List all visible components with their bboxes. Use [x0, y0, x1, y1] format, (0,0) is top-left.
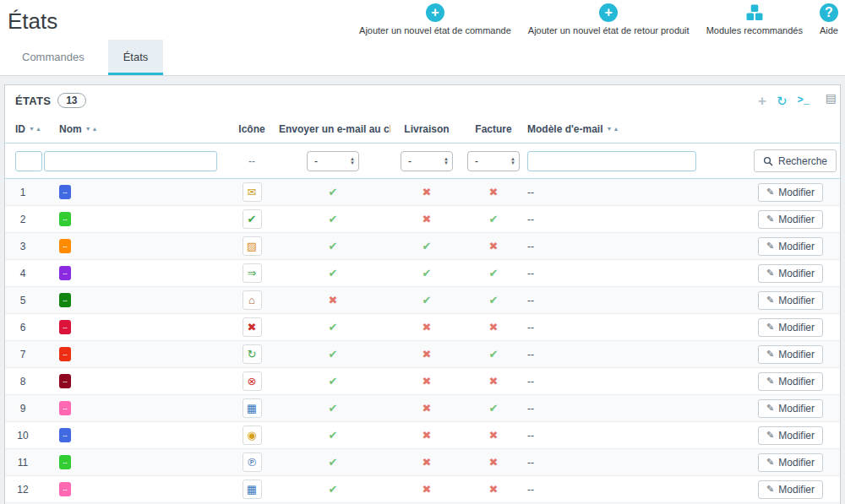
edit-button[interactable]: ✎Modifier [758, 345, 823, 364]
email-template: -- [524, 314, 701, 341]
add-icon[interactable]: + [758, 94, 766, 108]
toolbar-label: Modules recommandés [706, 25, 803, 35]
select-arrows-icon [510, 157, 515, 165]
edit-button-label: Modifier [778, 403, 815, 415]
check-icon: ✔ [489, 213, 499, 225]
edit-button[interactable]: ✎Modifier [758, 426, 823, 445]
edit-button[interactable]: ✎Modifier [758, 399, 823, 418]
status-table: ID▼▲ Nom▼▲ Icône Envoyer un e-mail au cl… [5, 116, 840, 504]
check-icon: ✔ [329, 429, 338, 442]
column-header-template[interactable]: Modèle d'e-mail [527, 123, 603, 135]
id-filter-input[interactable] [15, 151, 42, 171]
status-table-body: 1--✉✔✖✖--✎Modifier2--✔✔✖✔--✎Modifier3--▨… [5, 179, 840, 504]
status-row: 7--↻✔✖✔--✎Modifier [5, 341, 840, 368]
template-filter-input[interactable] [527, 151, 696, 171]
check-icon: ✔ [489, 348, 499, 360]
layers-icon[interactable]: ▤ [826, 92, 837, 104]
email-filter-select[interactable]: - [307, 151, 359, 171]
check-icon: ✔ [329, 402, 338, 415]
edit-button[interactable]: ✎Modifier [758, 183, 823, 202]
edit-button-label: Modifier [778, 376, 815, 387]
pencil-icon: ✎ [766, 187, 774, 198]
cross-icon: ✖ [422, 483, 432, 496]
status-id: 7 [5, 341, 41, 368]
recommended-modules-button[interactable]: Modules recommandés [706, 3, 803, 35]
content-area: ÉTATS 13 +↻>_▤ ID▼▲ Nom▼▲ Icône Envoyer … [0, 76, 845, 504]
email-template: -- [524, 449, 701, 476]
status-id: 3 [5, 233, 41, 260]
status-color-badge: -- [59, 320, 71, 334]
edit-button[interactable]: ✎Modifier [758, 318, 823, 337]
invoice-filter-select[interactable]: - [467, 151, 520, 171]
status-row: 6--✖✔✖✖--✎Modifier [5, 314, 840, 341]
remote-payment-icon: ▦ [243, 480, 262, 499]
modules-icon [745, 3, 764, 22]
pencil-icon: ✎ [766, 268, 774, 279]
column-header-email: Envoyer un e-mail au client [279, 123, 390, 135]
check-icon: ✔ [329, 348, 338, 360]
email-template: -- [524, 341, 701, 368]
name-filter-input[interactable] [44, 151, 217, 171]
edit-button[interactable]: ✎Modifier [758, 453, 823, 472]
edit-button-label: Modifier [778, 214, 815, 225]
check-icon: ✔ [489, 267, 499, 279]
pencil-icon: ✎ [766, 295, 774, 306]
edit-button[interactable]: ✎Modifier [758, 210, 823, 229]
column-header-name[interactable]: Nom [59, 123, 82, 135]
edit-button[interactable]: ✎Modifier [758, 372, 823, 391]
refresh-icon[interactable]: ↻ [777, 95, 788, 107]
app: États +Ajouter un nouvel état de command… [0, 0, 845, 504]
status-color-badge: -- [59, 374, 71, 388]
table-header-row: ID▼▲ Nom▼▲ Icône Envoyer un e-mail au cl… [5, 116, 840, 144]
cross-icon: ✖ [422, 321, 432, 333]
edit-button[interactable]: ✎Modifier [758, 291, 823, 310]
status-id: 1 [5, 179, 41, 206]
sort-icons[interactable]: ▼▲ [85, 126, 99, 132]
help-button[interactable]: ?Aide [820, 3, 838, 35]
status-id: 5 [5, 287, 41, 314]
panel-actions: +↻>_▤ [758, 94, 810, 108]
email-template: -- [524, 395, 701, 422]
search-icon [763, 156, 773, 166]
add-order-status-button[interactable]: +Ajouter un nouvel état de commande [359, 3, 511, 35]
pencil-icon: ✎ [766, 457, 774, 468]
cross-icon: ✖ [422, 375, 432, 387]
sort-icons[interactable]: ▼▲ [607, 126, 620, 132]
edit-button-label: Modifier [778, 349, 815, 360]
add-return-status-button[interactable]: +Ajouter un nouvel état de retour produi… [528, 3, 690, 35]
status-panel: ÉTATS 13 +↻>_▤ ID▼▲ Nom▼▲ Icône Envoyer … [4, 84, 841, 504]
icon-filter-placeholder: -- [228, 144, 275, 179]
edit-button-label: Modifier [778, 457, 815, 469]
cross-icon: ✖ [489, 186, 499, 198]
email-template: -- [524, 233, 701, 260]
email-template: -- [524, 179, 701, 206]
tab-commandes[interactable]: Commandes [7, 40, 100, 75]
status-row: 5--⌂✖✔✔--✎Modifier [5, 287, 840, 314]
check-icon: ✔ [422, 240, 432, 252]
panel-title: ÉTATS [15, 95, 51, 107]
column-header-id[interactable]: ID [15, 123, 25, 135]
edit-button[interactable]: ✎Modifier [758, 480, 823, 499]
email-template: -- [524, 287, 701, 314]
edit-button[interactable]: ✎Modifier [758, 264, 823, 283]
canceled-icon: ✖ [243, 317, 262, 337]
delivery-filter-select[interactable]: - [401, 151, 453, 171]
tab-etats[interactable]: États [108, 40, 164, 75]
cross-icon: ✖ [422, 402, 432, 415]
select-arrows-icon [350, 157, 355, 165]
status-row: 8--⊗✔✖✖--✎Modifier [5, 368, 840, 395]
pencil-icon: ✎ [766, 403, 774, 414]
email-template: -- [524, 368, 701, 395]
status-id: 6 [5, 314, 41, 341]
status-id: 4 [5, 260, 41, 287]
edit-button-label: Modifier [778, 322, 815, 333]
toolbar-label: Ajouter un nouvel état de retour produit [528, 25, 690, 35]
sql-query-icon[interactable]: >_ [798, 95, 810, 106]
panel-heading: ÉTATS 13 +↻>_▤ [5, 85, 840, 116]
search-button[interactable]: Recherche [754, 149, 837, 172]
pencil-icon: ✎ [766, 484, 774, 495]
cross-icon: ✖ [489, 483, 499, 496]
sort-icons[interactable]: ▼▲ [29, 126, 41, 132]
status-row: 11--℗✔✖✖--✎Modifier [5, 449, 840, 476]
edit-button[interactable]: ✎Modifier [758, 237, 823, 256]
